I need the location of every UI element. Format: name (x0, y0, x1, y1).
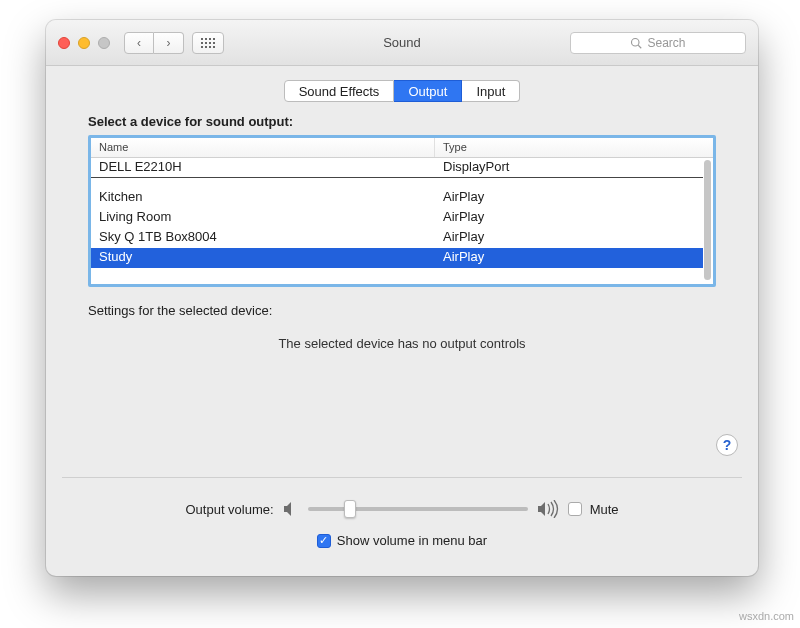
list-gap (91, 178, 703, 188)
watermark: wsxdn.com (739, 610, 794, 622)
separator (62, 477, 742, 478)
scrollbar[interactable] (704, 160, 711, 280)
zoom-window-button[interactable] (98, 37, 110, 49)
slider-knob[interactable] (344, 500, 356, 518)
minimize-window-button[interactable] (78, 37, 90, 49)
tab-sound-effects[interactable]: Sound Effects (284, 80, 395, 102)
content-area: Select a device for sound output: Name T… (46, 102, 758, 351)
tab-bar: Sound Effects Output Input (46, 80, 758, 102)
svg-point-0 (632, 38, 640, 46)
show-volume-menubar-row: Show volume in menu bar (46, 533, 758, 548)
device-name: DELL E2210H (91, 158, 435, 177)
output-volume-row: Output volume: Mute (46, 500, 758, 518)
tab-output[interactable]: Output (394, 80, 462, 102)
list-header: Name Type (91, 138, 713, 158)
svg-line-1 (639, 45, 642, 48)
output-device-list: Name Type DELL E2210H DisplayPort Kitche… (88, 135, 716, 287)
help-button[interactable]: ? (716, 434, 738, 456)
output-volume-slider[interactable] (308, 507, 528, 511)
search-field[interactable]: Search (570, 32, 746, 54)
volume-high-icon (536, 500, 560, 518)
device-name: Sky Q 1TB Box8004 (91, 228, 435, 248)
device-type: AirPlay (435, 188, 703, 208)
window-controls (58, 37, 110, 49)
device-type: AirPlay (435, 228, 703, 248)
forward-button[interactable]: › (154, 32, 184, 54)
device-row[interactable]: Living Room AirPlay (91, 208, 703, 228)
chevron-right-icon: › (167, 36, 171, 50)
column-header-type[interactable]: Type (435, 138, 713, 157)
device-name: Kitchen (91, 188, 435, 208)
help-icon: ? (723, 437, 732, 453)
nav-buttons: ‹ › (124, 32, 184, 54)
grid-icon (201, 38, 215, 48)
settings-for-device-label: Settings for the selected device: (88, 303, 716, 318)
mute-label: Mute (590, 502, 619, 517)
tab-input[interactable]: Input (462, 80, 520, 102)
column-header-name[interactable]: Name (91, 138, 435, 157)
sound-preferences-window: ‹ › Sound Search Sound Effects Output In… (46, 20, 758, 576)
chevron-left-icon: ‹ (137, 36, 141, 50)
device-type: DisplayPort (435, 158, 703, 177)
volume-low-icon (282, 501, 300, 517)
device-row-selected[interactable]: Study AirPlay (91, 248, 703, 268)
show-all-button[interactable] (192, 32, 224, 54)
output-device-label: Select a device for sound output: (88, 114, 716, 129)
search-icon (630, 37, 642, 49)
device-name: Living Room (91, 208, 435, 228)
back-button[interactable]: ‹ (124, 32, 154, 54)
output-volume-label: Output volume: (185, 502, 273, 517)
mute-checkbox[interactable] (568, 502, 582, 516)
device-type: AirPlay (435, 208, 703, 228)
no-output-controls-text: The selected device has no output contro… (88, 336, 716, 351)
close-window-button[interactable] (58, 37, 70, 49)
device-name: Study (91, 248, 435, 268)
search-placeholder: Search (647, 36, 685, 50)
show-volume-menubar-checkbox[interactable] (317, 534, 331, 548)
device-row[interactable]: DELL E2210H DisplayPort (91, 158, 703, 178)
list-body: DELL E2210H DisplayPort Kitchen AirPlay … (91, 158, 703, 284)
titlebar: ‹ › Sound Search (46, 20, 758, 66)
device-row[interactable]: Sky Q 1TB Box8004 AirPlay (91, 228, 703, 248)
device-row[interactable]: Kitchen AirPlay (91, 188, 703, 208)
device-type: AirPlay (435, 248, 703, 268)
show-volume-menubar-label: Show volume in menu bar (337, 533, 487, 548)
